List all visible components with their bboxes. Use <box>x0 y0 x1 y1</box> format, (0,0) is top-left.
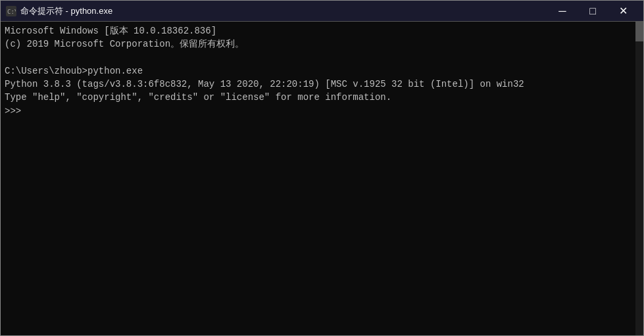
cmd-window: C:\ 命令提示符 - python.exe ─ □ ✕ Microsoft W… <box>0 0 644 336</box>
svg-text:C:\: C:\ <box>7 9 16 15</box>
title-bar-left: C:\ 命令提示符 - python.exe <box>6 5 112 17</box>
scrollbar-thumb[interactable] <box>635 22 643 41</box>
cmd-icon: C:\ <box>6 6 16 16</box>
console-output: Microsoft Windows [版本 10.0.18362.836] (c… <box>5 24 639 118</box>
title-bar-controls: ─ □ ✕ <box>547 1 638 22</box>
close-button[interactable]: ✕ <box>608 1 638 22</box>
minimize-button[interactable]: ─ <box>547 1 578 22</box>
scrollbar[interactable] <box>635 22 643 335</box>
title-bar: C:\ 命令提示符 - python.exe ─ □ ✕ <box>1 1 643 22</box>
maximize-button[interactable]: □ <box>578 1 608 22</box>
console-body[interactable]: Microsoft Windows [版本 10.0.18362.836] (c… <box>1 22 643 335</box>
window-title: 命令提示符 - python.exe <box>20 5 112 17</box>
